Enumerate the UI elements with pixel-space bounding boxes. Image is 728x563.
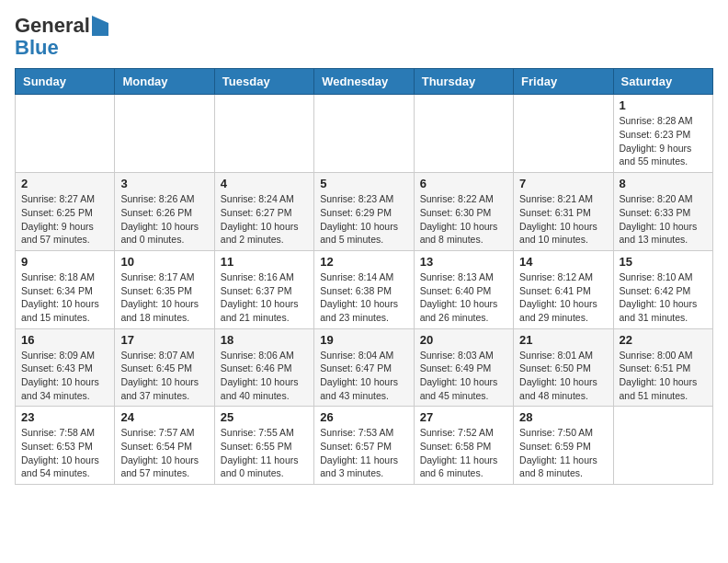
day-number: 16 <box>21 333 108 347</box>
calendar-cell: 5Sunrise: 8:23 AM Sunset: 6:29 PM Daylig… <box>314 173 414 251</box>
calendar-cell: 24Sunrise: 7:57 AM Sunset: 6:54 PM Dayli… <box>115 407 214 485</box>
day-number: 12 <box>320 255 407 269</box>
calendar-cell <box>16 95 115 173</box>
day-info: Sunrise: 8:12 AM Sunset: 6:41 PM Dayligh… <box>519 270 607 325</box>
calendar-cell: 18Sunrise: 8:06 AM Sunset: 6:46 PM Dayli… <box>214 328 313 407</box>
day-info: Sunrise: 8:07 AM Sunset: 6:45 PM Dayligh… <box>120 349 208 403</box>
calendar-cell: 9Sunrise: 8:18 AM Sunset: 6:34 PM Daylig… <box>16 250 115 328</box>
day-number: 27 <box>420 410 507 424</box>
day-number: 5 <box>320 177 407 190</box>
calendar-cell <box>314 95 414 173</box>
day-number: 1 <box>620 98 707 112</box>
calendar-cell: 25Sunrise: 7:55 AM Sunset: 6:55 PM Dayli… <box>214 407 313 485</box>
calendar-cell: 20Sunrise: 8:03 AM Sunset: 6:49 PM Dayli… <box>414 328 513 407</box>
day-number: 7 <box>519 177 607 190</box>
day-number: 19 <box>320 333 407 347</box>
calendar-header-sunday: Sunday <box>16 69 115 95</box>
day-number: 20 <box>420 333 507 347</box>
day-number: 26 <box>320 410 407 424</box>
day-number: 11 <box>221 255 308 269</box>
day-info: Sunrise: 8:04 AM Sunset: 6:47 PM Dayligh… <box>320 349 407 403</box>
day-number: 2 <box>21 177 108 190</box>
calendar-header-wednesday: Wednesday <box>314 69 414 95</box>
day-info: Sunrise: 8:13 AM Sunset: 6:40 PM Dayligh… <box>420 270 507 325</box>
day-number: 24 <box>120 410 208 424</box>
day-info: Sunrise: 7:58 AM Sunset: 6:53 PM Dayligh… <box>21 426 108 480</box>
calendar-cell: 28Sunrise: 7:50 AM Sunset: 6:59 PM Dayli… <box>514 407 613 485</box>
day-info: Sunrise: 8:24 AM Sunset: 6:27 PM Dayligh… <box>221 192 308 247</box>
day-info: Sunrise: 8:21 AM Sunset: 6:31 PM Dayligh… <box>519 192 607 247</box>
header: General Blue <box>15 15 713 59</box>
calendar-cell: 22Sunrise: 8:00 AM Sunset: 6:51 PM Dayli… <box>613 328 712 407</box>
day-number: 17 <box>120 333 208 347</box>
calendar-cell <box>514 95 613 173</box>
day-info: Sunrise: 8:14 AM Sunset: 6:38 PM Dayligh… <box>320 270 407 325</box>
calendar-header-row: SundayMondayTuesdayWednesdayThursdayFrid… <box>16 69 713 95</box>
calendar-week-row: 1Sunrise: 8:28 AM Sunset: 6:23 PM Daylig… <box>16 95 713 173</box>
day-info: Sunrise: 7:55 AM Sunset: 6:55 PM Dayligh… <box>221 426 308 480</box>
calendar-cell: 15Sunrise: 8:10 AM Sunset: 6:42 PM Dayli… <box>613 250 712 328</box>
calendar-week-row: 2Sunrise: 8:27 AM Sunset: 6:25 PM Daylig… <box>16 173 713 251</box>
calendar-cell: 8Sunrise: 8:20 AM Sunset: 6:33 PM Daylig… <box>613 173 712 251</box>
day-info: Sunrise: 8:16 AM Sunset: 6:37 PM Dayligh… <box>221 270 308 325</box>
day-info: Sunrise: 7:52 AM Sunset: 6:58 PM Dayligh… <box>420 426 507 480</box>
day-info: Sunrise: 8:03 AM Sunset: 6:49 PM Dayligh… <box>420 349 507 403</box>
calendar-cell: 4Sunrise: 8:24 AM Sunset: 6:27 PM Daylig… <box>214 173 313 251</box>
calendar-header-thursday: Thursday <box>414 69 513 95</box>
day-number: 14 <box>519 255 607 269</box>
calendar-cell: 14Sunrise: 8:12 AM Sunset: 6:41 PM Dayli… <box>514 250 613 328</box>
calendar-week-row: 23Sunrise: 7:58 AM Sunset: 6:53 PM Dayli… <box>16 407 713 485</box>
day-info: Sunrise: 8:18 AM Sunset: 6:34 PM Dayligh… <box>21 270 108 325</box>
calendar-cell: 16Sunrise: 8:09 AM Sunset: 6:43 PM Dayli… <box>16 328 115 407</box>
day-info: Sunrise: 8:01 AM Sunset: 6:50 PM Dayligh… <box>519 349 607 403</box>
calendar-header-monday: Monday <box>115 69 214 95</box>
day-info: Sunrise: 8:10 AM Sunset: 6:42 PM Dayligh… <box>620 270 707 325</box>
day-number: 3 <box>120 177 208 190</box>
calendar-header-saturday: Saturday <box>613 69 712 95</box>
day-info: Sunrise: 8:28 AM Sunset: 6:23 PM Dayligh… <box>620 114 707 168</box>
calendar-table: SundayMondayTuesdayWednesdayThursdayFrid… <box>15 68 713 485</box>
calendar-cell: 11Sunrise: 8:16 AM Sunset: 6:37 PM Dayli… <box>214 250 313 328</box>
calendar-cell: 12Sunrise: 8:14 AM Sunset: 6:38 PM Dayli… <box>314 250 414 328</box>
day-number: 6 <box>420 177 507 190</box>
day-info: Sunrise: 8:26 AM Sunset: 6:26 PM Dayligh… <box>120 192 208 247</box>
day-info: Sunrise: 7:53 AM Sunset: 6:57 PM Dayligh… <box>320 426 407 480</box>
day-number: 15 <box>620 255 707 269</box>
day-info: Sunrise: 8:23 AM Sunset: 6:29 PM Dayligh… <box>320 192 407 247</box>
calendar-cell: 23Sunrise: 7:58 AM Sunset: 6:53 PM Dayli… <box>16 407 115 485</box>
day-number: 25 <box>221 410 308 424</box>
day-number: 23 <box>21 410 108 424</box>
calendar-cell: 7Sunrise: 8:21 AM Sunset: 6:31 PM Daylig… <box>514 173 613 251</box>
calendar-cell: 21Sunrise: 8:01 AM Sunset: 6:50 PM Dayli… <box>514 328 613 407</box>
day-number: 13 <box>420 255 507 269</box>
logo-blue-text: Blue <box>15 36 59 59</box>
day-number: 4 <box>221 177 308 190</box>
calendar-cell: 2Sunrise: 8:27 AM Sunset: 6:25 PM Daylig… <box>16 173 115 251</box>
day-number: 21 <box>519 333 607 347</box>
calendar-cell: 10Sunrise: 8:17 AM Sunset: 6:35 PM Dayli… <box>115 250 214 328</box>
day-info: Sunrise: 8:22 AM Sunset: 6:30 PM Dayligh… <box>420 192 507 247</box>
day-info: Sunrise: 8:00 AM Sunset: 6:51 PM Dayligh… <box>620 349 707 403</box>
calendar-header-tuesday: Tuesday <box>214 69 313 95</box>
calendar-cell: 3Sunrise: 8:26 AM Sunset: 6:26 PM Daylig… <box>115 173 214 251</box>
calendar-cell: 19Sunrise: 8:04 AM Sunset: 6:47 PM Dayli… <box>314 328 414 407</box>
logo-icon <box>92 16 108 36</box>
calendar-cell <box>613 407 712 485</box>
calendar-cell <box>214 95 313 173</box>
logo-general-text: General <box>15 15 90 37</box>
day-number: 8 <box>620 177 707 190</box>
calendar-cell <box>115 95 214 173</box>
svg-marker-0 <box>92 16 108 36</box>
day-info: Sunrise: 8:27 AM Sunset: 6:25 PM Dayligh… <box>21 192 108 247</box>
logo: General Blue <box>15 15 108 59</box>
calendar-week-row: 16Sunrise: 8:09 AM Sunset: 6:43 PM Dayli… <box>16 328 713 407</box>
day-number: 9 <box>21 255 108 269</box>
day-info: Sunrise: 8:17 AM Sunset: 6:35 PM Dayligh… <box>120 270 208 325</box>
calendar-cell: 17Sunrise: 8:07 AM Sunset: 6:45 PM Dayli… <box>115 328 214 407</box>
day-number: 10 <box>120 255 208 269</box>
calendar-cell: 27Sunrise: 7:52 AM Sunset: 6:58 PM Dayli… <box>414 407 513 485</box>
calendar-header-friday: Friday <box>514 69 613 95</box>
day-info: Sunrise: 8:20 AM Sunset: 6:33 PM Dayligh… <box>620 192 707 247</box>
day-number: 18 <box>221 333 308 347</box>
calendar-cell: 13Sunrise: 8:13 AM Sunset: 6:40 PM Dayli… <box>414 250 513 328</box>
